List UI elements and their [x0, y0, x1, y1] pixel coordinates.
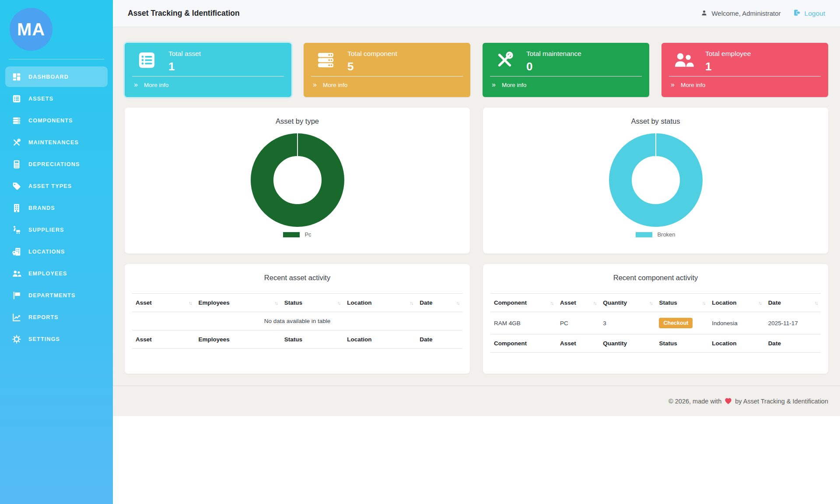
sidebar-item-components[interactable]: Components	[5, 110, 108, 131]
cell-asset: PC	[556, 312, 599, 334]
tables-row: Recent asset activity Asset Employees St…	[125, 264, 828, 374]
recent-component-activity-card: Recent component activity Component Asse…	[483, 264, 828, 374]
table-title: Recent component activity	[483, 274, 828, 282]
list-icon	[136, 50, 157, 72]
stat-card-total-maintenance: Total maintenance 0 More info	[483, 43, 649, 97]
server-icon	[315, 50, 336, 72]
sidebar-item-label: Reports	[28, 314, 59, 320]
asset-by-status-donut-chart	[609, 133, 703, 227]
cell-location: Indonesia	[708, 312, 764, 334]
dolly-icon	[11, 225, 22, 235]
column-label: Date	[768, 299, 781, 306]
sidebar-item-depreciations[interactable]: Depreciations	[5, 154, 108, 174]
dashboard-icon	[11, 72, 22, 82]
avatar[interactable]: MA	[10, 8, 52, 51]
column-label: Quantity	[603, 299, 627, 306]
column-header-status[interactable]: Status	[281, 294, 343, 312]
map-pin-building-icon	[11, 247, 22, 257]
legend-swatch	[636, 232, 652, 237]
logout-icon	[793, 9, 801, 18]
sidebar-item-label: Locations	[28, 249, 65, 255]
building-icon	[11, 203, 22, 213]
welcome-text: Welcome, Administrator	[711, 10, 780, 17]
double-chevron-icon	[313, 81, 317, 88]
sidebar-item-suppliers[interactable]: Suppliers	[5, 219, 108, 240]
footer-label-status: Status	[655, 334, 708, 353]
footer-label-asset: Asset	[132, 330, 195, 349]
column-label: Location	[712, 299, 736, 306]
sidebar-item-settings[interactable]: Settings	[5, 329, 108, 349]
column-header-location[interactable]: Location	[343, 294, 416, 312]
legend-swatch	[283, 232, 300, 237]
topbar-right: Welcome, Administrator Logout	[701, 9, 825, 18]
more-info-link[interactable]: More info	[304, 76, 470, 88]
column-header-date[interactable]: Date	[765, 294, 821, 312]
sidebar-item-employees[interactable]: Employees	[5, 263, 108, 284]
list-icon	[11, 94, 22, 104]
calculator-icon	[11, 159, 22, 170]
column-header-asset[interactable]: Asset	[556, 294, 599, 312]
more-info-link[interactable]: More info	[662, 76, 828, 88]
double-chevron-icon	[671, 81, 675, 88]
footer-label-component: Component	[490, 334, 556, 353]
stats-row: Total asset 1 More info	[125, 43, 828, 97]
sidebar-item-locations[interactable]: Locations	[5, 241, 108, 262]
tools-icon	[11, 137, 22, 148]
heart-icon	[724, 398, 732, 404]
column-header-component[interactable]: Component	[490, 294, 556, 312]
footer-label-location: Location	[343, 330, 416, 349]
empty-table-message: No data available in table	[132, 312, 462, 330]
sidebar-item-departments[interactable]: Departments	[5, 285, 108, 306]
server-icon	[11, 115, 22, 126]
column-header-asset[interactable]: Asset	[132, 294, 195, 312]
column-header-location[interactable]: Location	[708, 294, 764, 312]
sidebar-item-label: Depreciations	[28, 161, 80, 167]
flag-icon	[11, 290, 22, 301]
sort-icon	[456, 300, 459, 306]
more-info-link[interactable]: More info	[125, 76, 291, 88]
logout-link[interactable]: Logout	[793, 9, 825, 18]
column-label: Asset	[560, 299, 576, 306]
table-row: No data available in table	[132, 312, 462, 330]
sidebar-item-dashboard[interactable]: Dashboard	[5, 66, 108, 87]
sidebar-divider	[9, 59, 104, 59]
column-header-employees[interactable]: Employees	[195, 294, 280, 312]
charts-row: Asset by type Pc Asset by status	[125, 108, 828, 254]
stat-value: 5	[347, 60, 397, 73]
footer-label-location: Location	[708, 334, 764, 353]
sort-icon	[702, 300, 705, 306]
legend-label: Pc	[304, 231, 311, 238]
more-info-link[interactable]: More info	[483, 76, 649, 88]
sidebar-item-label: Asset Types	[28, 183, 72, 189]
sidebar-item-reports[interactable]: Reports	[5, 307, 108, 327]
table-header-row: Asset Employees Status Location Date	[132, 294, 462, 312]
sort-icon	[189, 300, 192, 306]
table-title: Recent asset activity	[125, 274, 470, 282]
column-header-date[interactable]: Date	[416, 294, 462, 312]
sidebar-item-label: Suppliers	[28, 227, 64, 233]
column-header-status[interactable]: Status	[655, 294, 708, 312]
sidebar-item-label: Dashboard	[28, 74, 69, 80]
more-info-label: More info	[502, 82, 526, 88]
column-label: Employees	[198, 299, 229, 306]
asset-by-type-donut-chart	[250, 133, 345, 227]
column-header-quantity[interactable]: Quantity	[599, 294, 655, 312]
table-row: RAM 4GB PC 3 Checkout Indonesia 2025-11-…	[490, 312, 821, 334]
sidebar-item-label: Employees	[28, 271, 67, 277]
gear-icon	[11, 334, 22, 344]
stat-card-total-component: Total component 5 More info	[304, 43, 470, 97]
chart-line-icon	[11, 312, 22, 323]
column-label: Asset	[136, 299, 152, 306]
chart-legend[interactable]: Pc	[283, 231, 311, 238]
chart-legend[interactable]: Broken	[636, 231, 675, 238]
table-footer-row: Component Asset Quantity Status Location…	[490, 334, 821, 353]
column-label: Location	[347, 299, 371, 306]
sidebar-item-asset-types[interactable]: Asset Types	[5, 176, 108, 196]
footer-label-quantity: Quantity	[599, 334, 655, 353]
sidebar-item-brands[interactable]: Brands	[5, 198, 108, 218]
sidebar-item-label: Departments	[28, 292, 75, 299]
welcome-text-wrap: Welcome, Administrator	[701, 10, 780, 17]
sidebar-item-maintenances[interactable]: Maintenances	[5, 132, 108, 153]
sidebar-item-assets[interactable]: Assets	[5, 88, 108, 109]
chart-title: Asset by status	[631, 117, 680, 125]
